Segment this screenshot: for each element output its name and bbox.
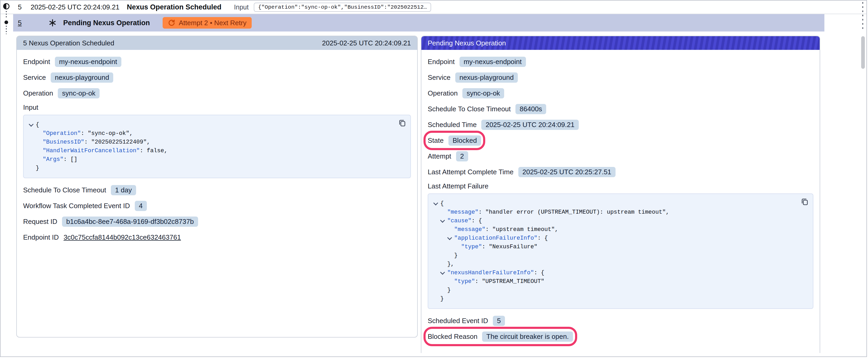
code-line: } (28, 164, 395, 172)
code-line: "cause": { (432, 217, 797, 225)
code-line: "nexusHandlerFailureInfo": { (432, 268, 797, 277)
field-value-chip: 5 (493, 316, 505, 326)
field-label: Operation (428, 89, 458, 97)
code-line: } (432, 251, 797, 260)
field-value-chip: my-nexus-endpoint (460, 57, 526, 67)
field-label: Endpoint (428, 58, 455, 66)
pending-operation-title: Pending Nexus Operation (63, 19, 150, 27)
collapse-chevron-icon[interactable] (446, 234, 454, 242)
scrollbar-thumb[interactable] (861, 36, 865, 69)
chevron-spacer (446, 251, 454, 260)
field-label: Blocked Reason (428, 332, 477, 341)
code-line: "applicationFailureInfo": { (432, 234, 797, 242)
field-value-chip: 2025-02-25 UTC 20:24:09.21 (481, 120, 579, 130)
code-line: "Args": [] (28, 155, 395, 164)
field-row: Workflow Task Completed Event ID 4 (23, 200, 147, 211)
field-row: Endpoint my-nexus-endpoint (428, 56, 526, 67)
field-value-chip: 86400s (516, 104, 546, 114)
code-line: { (432, 199, 797, 208)
field-label: Service (23, 73, 46, 82)
field-label: Request ID (23, 218, 57, 226)
input-label: Input (234, 3, 249, 11)
scrollbar-dots (862, 2, 863, 30)
field-row: Blocked Reason The circuit breaker is op… (428, 331, 573, 342)
collapse-chevron-icon[interactable] (439, 217, 447, 225)
chevron-spacer (432, 294, 440, 303)
chevron-spacer (28, 164, 36, 172)
event-timeline-node-icon[interactable] (3, 3, 9, 9)
field-label: State (428, 136, 444, 144)
field-list: Endpoint my-nexus-endpoint Service nexus… (23, 56, 411, 99)
chevron-spacer (446, 277, 454, 286)
code-line: } (432, 294, 797, 303)
event-row-scheduled[interactable]: 5 2025-02-25 UTC 20:24:09.21 Nexus Opera… (1, 1, 866, 14)
field-list: Scheduled Event ID 5 Blocked Reason The … (428, 315, 813, 342)
failure-json-viewer: {"message": "handler error (UPSTREAM_TIM… (428, 193, 813, 309)
chevron-spacer (35, 147, 42, 155)
copy-icon[interactable] (801, 198, 809, 205)
field-value-chip: my-nexus-endpoint (55, 57, 121, 67)
retry-icon (168, 19, 175, 27)
field-value-chip: 1 day (111, 185, 136, 195)
code-line: "HandlerWaitForCancellation": false, (28, 147, 395, 155)
event-title: Nexus Operation Scheduled (127, 3, 221, 11)
code-line: "message": "upstream timeout", (432, 225, 797, 234)
field-row: Service nexus-playground (23, 72, 113, 83)
field-value-chip: 2025-02-25 UTC 20:25:27.51 (518, 167, 616, 177)
field-row: Operation sync-op-ok (23, 88, 99, 99)
scheduled-event-panel-header: 5 Nexus Operation Scheduled 2025-02-25 U… (17, 36, 417, 50)
panel-timestamp: 2025-02-25 UTC 20:24:09.21 (322, 39, 411, 47)
retry-badge-label: Attempt 2 • Next Retry (179, 19, 247, 27)
code-line: "type": "NexusFailure" (432, 242, 797, 251)
field-row: Scheduled Event ID 5 (428, 315, 505, 326)
endpoint-id-row: Endpoint ID 3c0c75ccfa8144b092c13ce63246… (23, 232, 181, 243)
pending-event-id-link[interactable]: 5 (18, 19, 22, 27)
collapse-chevron-icon[interactable] (28, 121, 36, 129)
pending-asterisk-icon (49, 19, 56, 27)
retry-badge: Attempt 2 • Next Retry (163, 17, 252, 29)
field-row: Schedule To Close Timeout 1 day (23, 185, 136, 196)
input-section-label: Input (23, 103, 411, 111)
endpoint-id-link[interactable]: 3c0c75ccfa8144b092c13ce632463761 (64, 233, 181, 241)
field-value-chip: sync-op-ok (58, 88, 99, 98)
chevron-spacer (439, 208, 447, 217)
field-list: Schedule To Close Timeout 1 day Workflow… (23, 185, 411, 227)
field-value-chip: The circuit breaker is open. (482, 331, 573, 342)
pending-operation-panel-header: Pending Nexus Operation (422, 36, 820, 50)
pending-operation-row[interactable]: 5 Pending Nexus Operation Attempt 2 • Ne… (13, 14, 825, 32)
field-value-chip: sync-op-ok (462, 88, 504, 98)
field-label: Schedule To Close Timeout (428, 105, 511, 113)
temporal-event-history-screen: 5 2025-02-25 UTC 20:24:09.21 Nexus Opera… (0, 0, 867, 357)
event-input-preview[interactable]: {"Operation":"sync-op-ok","BusinessID":"… (254, 3, 431, 12)
field-label: Schedule To Close Timeout (23, 186, 106, 194)
panel-title: Pending Nexus Operation (428, 39, 506, 47)
field-row: Operation sync-op-ok (428, 88, 504, 99)
field-label: Scheduled Event ID (428, 317, 488, 325)
event-timestamp: 2025-02-25 UTC 20:24:09.21 (30, 3, 119, 11)
collapse-chevron-icon[interactable] (439, 268, 447, 277)
code-line: "BusinessID": "20250225122409", (28, 138, 395, 147)
chevron-spacer (35, 155, 42, 164)
field-row: Service nexus-playground (428, 72, 518, 83)
code-line: "Operation": "sync-op-ok", (28, 129, 395, 138)
field-value-chip: Blocked (448, 135, 481, 146)
input-json-viewer: {"Operation": "sync-op-ok","BusinessID":… (23, 115, 411, 178)
chevron-spacer (35, 129, 42, 138)
chevron-spacer (453, 242, 461, 251)
field-row: Scheduled Time 2025-02-25 UTC 20:24:09.2… (428, 119, 579, 130)
copy-icon[interactable] (398, 119, 406, 127)
code-line: { (28, 121, 395, 129)
field-label: Service (428, 73, 451, 82)
field-row: Request ID b1c6a4bc-8ee7-468a-9169-df3b0… (23, 216, 198, 227)
field-row: Schedule To Close Timeout 86400s (428, 103, 546, 115)
panel-title: 5 Nexus Operation Scheduled (23, 39, 114, 47)
chevron-spacer (35, 138, 42, 147)
timeline-connector (6, 11, 7, 19)
collapse-chevron-icon[interactable] (432, 199, 440, 208)
event-id[interactable]: 5 (18, 3, 22, 11)
scheduled-event-panel: 5 Nexus Operation Scheduled 2025-02-25 U… (16, 36, 418, 337)
field-label: Attempt (428, 152, 451, 160)
field-label: Endpoint ID (23, 233, 59, 241)
field-value-chip: 4 (135, 201, 147, 211)
event-timeline-dot-icon[interactable] (4, 21, 8, 24)
